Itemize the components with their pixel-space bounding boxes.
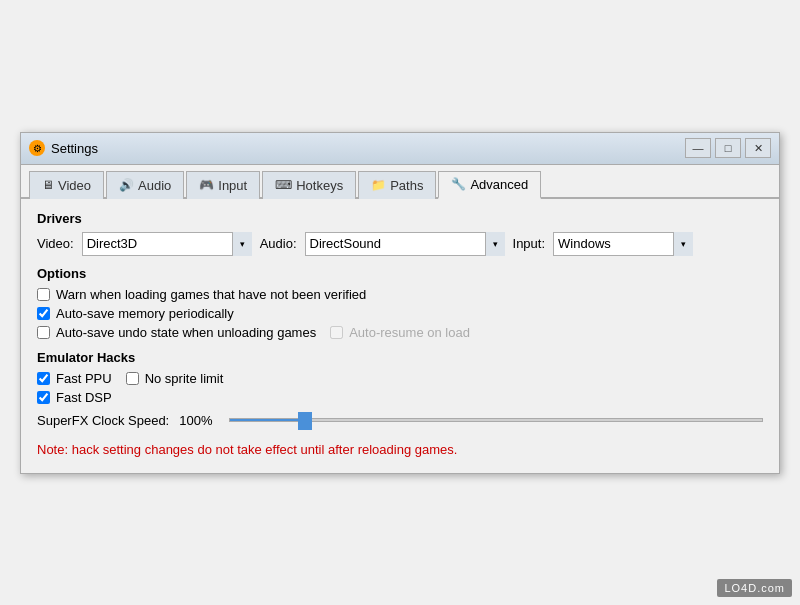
auto-resume-label: Auto-resume on load	[349, 325, 470, 340]
minimize-button[interactable]: —	[685, 138, 711, 158]
watermark: LO4D.com	[717, 579, 792, 597]
input-driver-select[interactable]: Windows	[553, 232, 693, 256]
option-auto-save-memory: Auto-save memory periodically	[37, 306, 763, 321]
option-auto-save-undo: Auto-save undo state when unloading game…	[37, 325, 763, 340]
maximize-button[interactable]: □	[715, 138, 741, 158]
settings-window: ⚙ Settings — □ ✕ 🖥 Video 🔊 Audio 🎮 Input…	[20, 132, 780, 474]
superfx-slider-track[interactable]	[229, 418, 763, 422]
auto-save-undo-label: Auto-save undo state when unloading game…	[56, 325, 316, 340]
tab-audio[interactable]: 🔊 Audio	[106, 171, 184, 199]
audio-driver-wrapper: DirectSound ▾	[305, 232, 505, 256]
superfx-label: SuperFX Clock Speed:	[37, 413, 169, 428]
fast-dsp-checkbox[interactable]	[37, 391, 50, 404]
auto-save-memory-checkbox[interactable]	[37, 307, 50, 320]
advanced-tab-icon: 🔧	[451, 177, 466, 191]
warn-unverified-checkbox[interactable]	[37, 288, 50, 301]
video-driver-wrapper: Direct3D ▾	[82, 232, 252, 256]
fast-ppu-label: Fast PPU	[56, 371, 112, 386]
window-title: Settings	[51, 141, 98, 156]
warn-unverified-label: Warn when loading games that have not be…	[56, 287, 366, 302]
input-tab-icon: 🎮	[199, 178, 214, 192]
drivers-row: Video: Direct3D ▾ Audio: DirectSound ▾ I…	[37, 232, 763, 256]
tab-advanced-label: Advanced	[470, 177, 528, 192]
video-driver-label: Video:	[37, 236, 74, 251]
tab-audio-label: Audio	[138, 178, 171, 193]
option-warn-unverified: Warn when loading games that have not be…	[37, 287, 763, 302]
title-bar: ⚙ Settings — □ ✕	[21, 133, 779, 165]
video-tab-icon: 🖥	[42, 178, 54, 192]
tab-paths[interactable]: 📁 Paths	[358, 171, 436, 199]
audio-tab-icon: 🔊	[119, 178, 134, 192]
hotkeys-tab-icon: ⌨	[275, 178, 292, 192]
note-text: Note: hack setting changes do not take e…	[37, 442, 763, 457]
drivers-section-header: Drivers	[37, 211, 763, 226]
no-sprite-limit-label: No sprite limit	[145, 371, 224, 386]
tab-bar: 🖥 Video 🔊 Audio 🎮 Input ⌨ Hotkeys 📁 Path…	[21, 165, 779, 199]
tab-paths-label: Paths	[390, 178, 423, 193]
input-driver-wrapper: Windows ▾	[553, 232, 693, 256]
options-section-header: Options	[37, 266, 763, 281]
title-bar-left: ⚙ Settings	[29, 140, 98, 156]
video-driver-select[interactable]: Direct3D	[82, 232, 252, 256]
audio-driver-label: Audio:	[260, 236, 297, 251]
emulator-hacks-section-header: Emulator Hacks	[37, 350, 763, 365]
superfx-value: 100%	[179, 413, 219, 428]
superfx-slider-row: SuperFX Clock Speed: 100%	[37, 413, 763, 428]
tab-hotkeys-label: Hotkeys	[296, 178, 343, 193]
tab-input[interactable]: 🎮 Input	[186, 171, 260, 199]
hacks-row-1: Fast PPU No sprite limit	[37, 371, 763, 386]
superfx-slider-fill	[230, 419, 304, 421]
tab-hotkeys[interactable]: ⌨ Hotkeys	[262, 171, 356, 199]
auto-resume-checkbox[interactable]	[330, 326, 343, 339]
no-sprite-limit-checkbox[interactable]	[126, 372, 139, 385]
input-driver-label: Input:	[513, 236, 546, 251]
content-area: Drivers Video: Direct3D ▾ Audio: DirectS…	[21, 199, 779, 473]
title-bar-controls: — □ ✕	[685, 138, 771, 158]
tab-video[interactable]: 🖥 Video	[29, 171, 104, 199]
auto-save-memory-label: Auto-save memory periodically	[56, 306, 234, 321]
tab-video-label: Video	[58, 178, 91, 193]
paths-tab-icon: 📁	[371, 178, 386, 192]
auto-save-undo-checkbox[interactable]	[37, 326, 50, 339]
tab-input-label: Input	[218, 178, 247, 193]
audio-driver-select[interactable]: DirectSound	[305, 232, 505, 256]
hacks-row-2: Fast DSP	[37, 390, 763, 405]
fast-dsp-label: Fast DSP	[56, 390, 112, 405]
fast-ppu-checkbox[interactable]	[37, 372, 50, 385]
superfx-slider-thumb[interactable]	[298, 412, 312, 430]
tab-advanced[interactable]: 🔧 Advanced	[438, 171, 541, 199]
close-button[interactable]: ✕	[745, 138, 771, 158]
window-icon: ⚙	[29, 140, 45, 156]
